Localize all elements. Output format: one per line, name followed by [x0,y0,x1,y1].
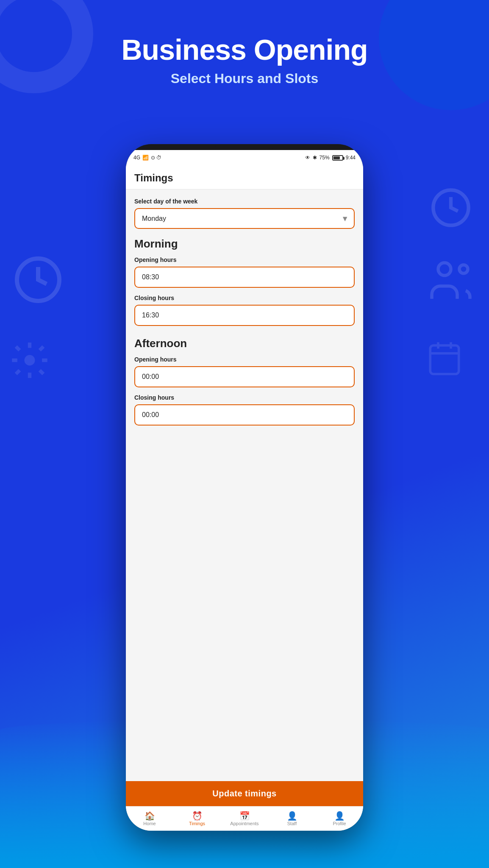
bluetooth-icon: ✱ [313,155,317,161]
bottom-nav: 🏠 Home ⏰ Timings 📅 Appointments 👤 Staff … [126,806,363,831]
nav-profile[interactable]: 👤 Profile [316,807,363,831]
morning-section-title: Morning [134,237,355,250]
status-right: 👁 ✱ 75% 9:44 [305,155,356,161]
afternoon-section-title: Afternoon [134,337,355,350]
staff-icon: 👤 [287,812,297,820]
status-bar: 4G 📶 ⊙ ⏱ 👁 ✱ 75% 9:44 [126,150,363,165]
svg-point-1 [25,355,35,366]
appointments-icon: 📅 [239,812,250,820]
bg-deco-gear [8,339,51,381]
morning-opening-input[interactable] [134,267,355,288]
nav-timings-label: Timings [189,821,205,826]
nav-staff-label: Staff [287,821,297,826]
day-select-wrapper: Monday Tuesday Wednesday Thursday Friday… [134,208,355,229]
afternoon-closing-label: Closing hours [134,394,355,401]
app-header: Timings [126,165,363,189]
nav-timings[interactable]: ⏰ Timings [173,807,221,831]
signal-icon: 4G [133,155,140,161]
day-label: Select day of the week [134,198,355,205]
app-header-title: Timings [134,172,355,184]
timings-icon: ⏰ [192,812,203,820]
afternoon-closing-input[interactable] [134,404,355,426]
profile-icon: 👤 [334,812,345,820]
nav-home[interactable]: 🏠 Home [126,807,173,831]
form-content: Select day of the week Monday Tuesday We… [126,189,363,800]
bg-deco-people [425,254,476,305]
battery-icon [332,155,343,161]
page-title: Business Opening [0,34,489,66]
extra-icons: ⊙ ⏱ [151,155,161,161]
bg-deco-clock-left [13,254,64,305]
home-icon: 🏠 [144,812,155,820]
svg-rect-5 [430,345,459,374]
nav-appointments-label: Appointments [230,821,258,826]
battery-fill [333,156,340,159]
app-screen: Timings Select day of the week Monday Tu… [126,165,363,831]
nav-appointments[interactable]: 📅 Appointments [221,807,268,831]
morning-closing-label: Closing hours [134,295,355,301]
nav-home-label: Home [143,821,156,826]
bg-deco-calendar [425,339,464,377]
afternoon-opening-label: Opening hours [134,356,355,363]
header-area: Business Opening Select Hours and Slots [0,34,489,86]
nav-profile-label: Profile [333,821,346,826]
phone-frame: 4G 📶 ⊙ ⏱ 👁 ✱ 75% 9:44 Timings Select day… [126,144,363,831]
day-select[interactable]: Monday Tuesday Wednesday Thursday Friday… [134,208,355,229]
phone-notch [215,144,274,150]
morning-closing-input[interactable] [134,305,355,326]
bg-deco-clock-right [430,186,472,229]
afternoon-opening-input[interactable] [134,366,355,387]
morning-opening-label: Opening hours [134,256,355,263]
page-subtitle: Select Hours and Slots [0,71,489,86]
status-left: 4G 📶 ⊙ ⏱ [133,155,161,161]
svg-point-4 [459,265,468,273]
eye-icon: 👁 [305,155,310,161]
svg-point-3 [438,263,451,275]
nav-staff[interactable]: 👤 Staff [268,807,316,831]
wifi-icon: 📶 [142,155,149,161]
update-timings-button[interactable]: Update timings [126,781,363,806]
battery-percent: 75% [320,155,330,161]
time-display: 9:44 [346,155,356,161]
